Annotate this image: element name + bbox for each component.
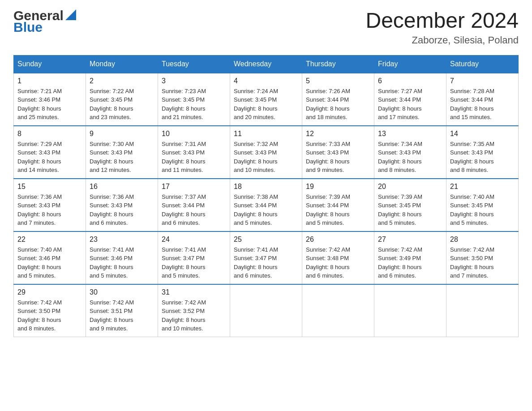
week-row-5: 29 Sunrise: 7:42 AMSunset: 3:50 PMDaylig… xyxy=(14,284,519,337)
day-info: Sunrise: 7:31 AMSunset: 3:43 PMDaylight:… xyxy=(162,140,226,175)
day-info: Sunrise: 7:32 AMSunset: 3:43 PMDaylight:… xyxy=(234,140,298,175)
day-number: 24 xyxy=(162,235,226,244)
calendar-cell xyxy=(446,284,519,337)
week-row-2: 8 Sunrise: 7:29 AMSunset: 3:43 PMDayligh… xyxy=(14,126,519,179)
calendar-cell: 2 Sunrise: 7:22 AMSunset: 3:45 PMDayligh… xyxy=(86,73,158,126)
weekday-header-thursday: Thursday xyxy=(302,55,374,73)
day-number: 14 xyxy=(450,130,515,138)
day-info: Sunrise: 7:27 AMSunset: 3:44 PMDaylight:… xyxy=(378,87,442,122)
calendar-cell xyxy=(374,284,446,337)
day-info: Sunrise: 7:36 AMSunset: 3:43 PMDaylight:… xyxy=(17,193,82,227)
day-info: Sunrise: 7:39 AMSunset: 3:44 PMDaylight:… xyxy=(306,193,370,227)
day-number: 9 xyxy=(90,130,154,138)
week-row-3: 15 Sunrise: 7:36 AMSunset: 3:43 PMDaylig… xyxy=(14,179,519,231)
day-info: Sunrise: 7:23 AMSunset: 3:45 PMDaylight:… xyxy=(162,87,226,122)
day-number: 28 xyxy=(450,235,515,244)
calendar-cell: 29 Sunrise: 7:42 AMSunset: 3:50 PMDaylig… xyxy=(14,284,86,337)
calendar-cell: 11 Sunrise: 7:32 AMSunset: 3:43 PMDaylig… xyxy=(230,126,302,179)
calendar-cell: 31 Sunrise: 7:42 AMSunset: 3:52 PMDaylig… xyxy=(158,284,230,337)
day-number: 15 xyxy=(17,183,82,191)
calendar-cell: 26 Sunrise: 7:42 AMSunset: 3:48 PMDaylig… xyxy=(302,231,374,284)
day-number: 8 xyxy=(17,130,82,138)
calendar-cell: 15 Sunrise: 7:36 AMSunset: 3:43 PMDaylig… xyxy=(14,179,86,231)
day-info: Sunrise: 7:28 AMSunset: 3:44 PMDaylight:… xyxy=(450,87,515,122)
day-info: Sunrise: 7:42 AMSunset: 3:52 PMDaylight:… xyxy=(162,298,226,333)
calendar-cell: 30 Sunrise: 7:42 AMSunset: 3:51 PMDaylig… xyxy=(86,284,158,337)
calendar-cell: 3 Sunrise: 7:23 AMSunset: 3:45 PMDayligh… xyxy=(158,73,230,126)
calendar-cell: 14 Sunrise: 7:35 AMSunset: 3:43 PMDaylig… xyxy=(446,126,519,179)
calendar-cell: 23 Sunrise: 7:41 AMSunset: 3:46 PMDaylig… xyxy=(86,231,158,284)
day-number: 5 xyxy=(306,77,370,85)
day-number: 4 xyxy=(234,77,298,85)
day-number: 31 xyxy=(162,288,226,296)
weekday-header-wednesday: Wednesday xyxy=(230,55,302,73)
calendar-cell: 20 Sunrise: 7:39 AMSunset: 3:45 PMDaylig… xyxy=(374,179,446,231)
day-info: Sunrise: 7:21 AMSunset: 3:46 PMDaylight:… xyxy=(17,87,82,122)
day-info: Sunrise: 7:34 AMSunset: 3:43 PMDaylight:… xyxy=(378,140,442,175)
day-info: Sunrise: 7:22 AMSunset: 3:45 PMDaylight:… xyxy=(90,87,154,122)
day-number: 6 xyxy=(378,77,442,85)
svg-marker-0 xyxy=(65,9,76,20)
day-info: Sunrise: 7:40 AMSunset: 3:46 PMDaylight:… xyxy=(17,245,82,280)
calendar-cell: 13 Sunrise: 7:34 AMSunset: 3:43 PMDaylig… xyxy=(374,126,446,179)
calendar-cell: 19 Sunrise: 7:39 AMSunset: 3:44 PMDaylig… xyxy=(302,179,374,231)
day-info: Sunrise: 7:39 AMSunset: 3:45 PMDaylight:… xyxy=(378,193,442,227)
weekday-header-tuesday: Tuesday xyxy=(158,55,230,73)
calendar-cell: 24 Sunrise: 7:41 AMSunset: 3:47 PMDaylig… xyxy=(158,231,230,284)
calendar-cell: 6 Sunrise: 7:27 AMSunset: 3:44 PMDayligh… xyxy=(374,73,446,126)
day-info: Sunrise: 7:42 AMSunset: 3:51 PMDaylight:… xyxy=(90,298,154,333)
calendar-cell xyxy=(302,284,374,337)
day-info: Sunrise: 7:41 AMSunset: 3:46 PMDaylight:… xyxy=(90,245,154,280)
week-row-4: 22 Sunrise: 7:40 AMSunset: 3:46 PMDaylig… xyxy=(14,231,519,284)
day-info: Sunrise: 7:29 AMSunset: 3:43 PMDaylight:… xyxy=(17,140,82,175)
calendar-cell: 22 Sunrise: 7:40 AMSunset: 3:46 PMDaylig… xyxy=(14,231,86,284)
calendar-cell: 1 Sunrise: 7:21 AMSunset: 3:46 PMDayligh… xyxy=(14,73,86,126)
day-number: 1 xyxy=(17,77,82,85)
page-header: General Blue December 2024 Zaborze, Sile… xyxy=(13,9,519,46)
logo-blue-text: Blue xyxy=(13,21,43,34)
day-info: Sunrise: 7:26 AMSunset: 3:44 PMDaylight:… xyxy=(306,87,370,122)
day-number: 17 xyxy=(162,183,226,191)
day-number: 13 xyxy=(378,130,442,138)
day-number: 23 xyxy=(90,235,154,244)
calendar-cell: 12 Sunrise: 7:33 AMSunset: 3:43 PMDaylig… xyxy=(302,126,374,179)
calendar-cell: 5 Sunrise: 7:26 AMSunset: 3:44 PMDayligh… xyxy=(302,73,374,126)
day-number: 30 xyxy=(90,288,154,296)
day-number: 29 xyxy=(17,288,82,296)
day-info: Sunrise: 7:30 AMSunset: 3:43 PMDaylight:… xyxy=(90,140,154,175)
day-number: 25 xyxy=(234,235,298,244)
day-number: 7 xyxy=(450,77,515,85)
calendar-cell: 16 Sunrise: 7:36 AMSunset: 3:43 PMDaylig… xyxy=(86,179,158,231)
day-number: 12 xyxy=(306,130,370,138)
day-info: Sunrise: 7:38 AMSunset: 3:44 PMDaylight:… xyxy=(234,193,298,227)
day-info: Sunrise: 7:42 AMSunset: 3:50 PMDaylight:… xyxy=(450,245,515,280)
calendar-cell: 28 Sunrise: 7:42 AMSunset: 3:50 PMDaylig… xyxy=(446,231,519,284)
calendar-table: SundayMondayTuesdayWednesdayThursdayFrid… xyxy=(13,55,519,337)
logo-triangle-icon xyxy=(64,9,77,21)
calendar-cell: 17 Sunrise: 7:37 AMSunset: 3:44 PMDaylig… xyxy=(158,179,230,231)
day-number: 27 xyxy=(378,235,442,244)
day-number: 10 xyxy=(162,130,226,138)
day-info: Sunrise: 7:42 AMSunset: 3:48 PMDaylight:… xyxy=(306,245,370,280)
weekday-header-row: SundayMondayTuesdayWednesdayThursdayFrid… xyxy=(14,55,519,73)
logo: General Blue xyxy=(13,9,77,34)
weekday-header-saturday: Saturday xyxy=(446,55,519,73)
day-number: 2 xyxy=(90,77,154,85)
week-row-1: 1 Sunrise: 7:21 AMSunset: 3:46 PMDayligh… xyxy=(14,73,519,126)
calendar-cell: 27 Sunrise: 7:42 AMSunset: 3:49 PMDaylig… xyxy=(374,231,446,284)
day-number: 3 xyxy=(162,77,226,85)
day-info: Sunrise: 7:33 AMSunset: 3:43 PMDaylight:… xyxy=(306,140,370,175)
title-section: December 2024 Zaborze, Silesia, Poland xyxy=(365,9,519,46)
calendar-cell: 7 Sunrise: 7:28 AMSunset: 3:44 PMDayligh… xyxy=(446,73,519,126)
calendar-cell: 9 Sunrise: 7:30 AMSunset: 3:43 PMDayligh… xyxy=(86,126,158,179)
day-info: Sunrise: 7:41 AMSunset: 3:47 PMDaylight:… xyxy=(234,245,298,280)
weekday-header-friday: Friday xyxy=(374,55,446,73)
calendar-cell: 10 Sunrise: 7:31 AMSunset: 3:43 PMDaylig… xyxy=(158,126,230,179)
calendar-cell xyxy=(230,284,302,337)
day-info: Sunrise: 7:40 AMSunset: 3:45 PMDaylight:… xyxy=(450,193,515,227)
calendar-cell: 8 Sunrise: 7:29 AMSunset: 3:43 PMDayligh… xyxy=(14,126,86,179)
day-number: 16 xyxy=(90,183,154,191)
calendar-cell: 18 Sunrise: 7:38 AMSunset: 3:44 PMDaylig… xyxy=(230,179,302,231)
day-info: Sunrise: 7:42 AMSunset: 3:49 PMDaylight:… xyxy=(378,245,442,280)
month-title: December 2024 xyxy=(365,9,519,33)
